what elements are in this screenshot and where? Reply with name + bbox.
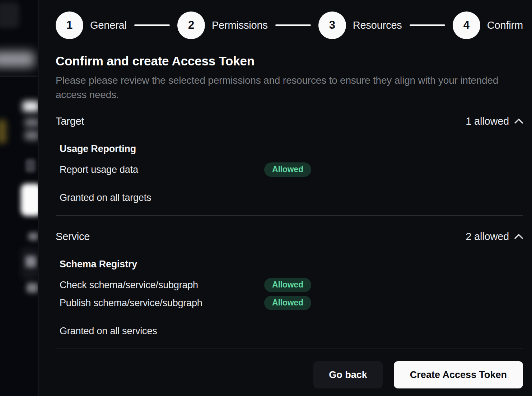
section-divider (56, 215, 523, 216)
create-access-token-button[interactable]: Create Access Token (394, 361, 523, 388)
allowed-status-badge: Allowed (264, 162, 311, 177)
step-label: Confirm (487, 19, 523, 31)
permission-group-schema-registry: Schema Registry Check schema/service/sub… (56, 258, 523, 310)
allowed-count: 1 allowed (466, 115, 509, 127)
blurred-breadcrumb (0, 51, 34, 67)
footer-divider (56, 349, 523, 349)
step-label: Resources (353, 19, 402, 31)
step-confirm[interactable]: 4 Confirm (453, 11, 523, 39)
page-title: Confirm and create Access Token (56, 54, 523, 69)
blurred-body-text (25, 118, 38, 127)
blurred-divider (0, 76, 38, 77)
step-general[interactable]: 1 General (56, 11, 127, 39)
wizard-stepper: 1 General 2 Permissions 3 Resources 4 Co… (56, 11, 523, 39)
page-subtitle: Please please review the selected permis… (56, 73, 501, 102)
section-name: Target (56, 115, 84, 127)
section-name: Service (56, 231, 90, 243)
step-resources[interactable]: 3 Resources (318, 11, 402, 39)
blurred-heading-text (23, 101, 38, 112)
blurred-body-text (25, 131, 38, 140)
step-connector-line (410, 24, 445, 26)
step-number-badge: 2 (177, 11, 205, 39)
allowed-status-badge: Allowed (264, 296, 311, 310)
blurred-list-item (28, 232, 38, 240)
blurred-list-item (27, 283, 38, 293)
permission-group-title: Schema Registry (60, 258, 523, 270)
step-connector-line (275, 24, 311, 26)
blurred-list-item (25, 256, 36, 267)
section-header-target: Target 1 allowed (56, 115, 523, 127)
permission-label: Publish schema/service/subgraph (60, 298, 264, 309)
step-connector-line (134, 24, 170, 26)
permission-label: Report usage data (60, 164, 264, 175)
step-permissions[interactable]: 2 Permissions (177, 11, 268, 39)
section-collapse-toggle[interactable]: 1 allowed (466, 115, 523, 127)
permission-group-usage-reporting: Usage Reporting Report usage data Allowe… (56, 143, 523, 177)
section-header-service: Service 2 allowed (56, 230, 523, 243)
granted-note: Granted on all targets (56, 192, 523, 203)
permission-label: Check schema/service/subgraph (60, 280, 264, 291)
permission-row: Check schema/service/subgraph Allowed (60, 278, 523, 292)
create-access-token-modal: 1 General 2 Permissions 3 Resources 4 Co… (38, 0, 532, 396)
granted-note: Granted on all services (56, 325, 523, 337)
step-number-badge: 3 (318, 11, 346, 39)
permission-row: Report usage data Allowed (60, 162, 523, 177)
permission-row: Publish schema/service/subgraph Allowed (60, 296, 523, 310)
step-label: Permissions (212, 19, 268, 31)
section-collapse-toggle[interactable]: 2 allowed (466, 231, 523, 243)
blurred-white-card (21, 184, 38, 216)
step-number-badge: 4 (453, 11, 480, 39)
chevron-up-icon (514, 118, 523, 124)
allowed-status-badge: Allowed (264, 278, 311, 292)
chevron-up-icon (514, 234, 523, 239)
step-number-badge: 1 (56, 11, 83, 39)
background-app-blurred (0, 0, 38, 396)
blurred-app-logo (0, 2, 19, 28)
go-back-button[interactable]: Go back (313, 361, 383, 388)
permission-group-title: Usage Reporting (60, 143, 523, 155)
blurred-accent-highlight (0, 120, 6, 143)
step-label: General (90, 19, 127, 31)
footer-actions: Go back Create Access Token (56, 361, 523, 388)
allowed-count: 2 allowed (466, 231, 509, 243)
blurred-icon (25, 159, 36, 172)
